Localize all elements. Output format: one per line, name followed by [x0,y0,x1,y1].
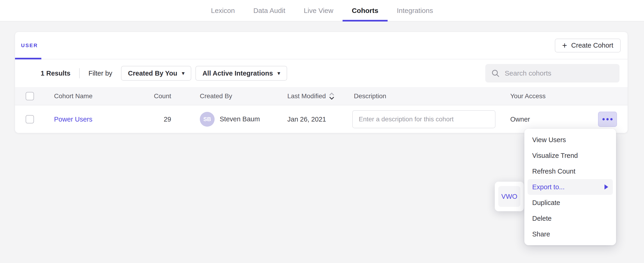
export-target-vwo[interactable]: VWO [498,186,520,207]
nav-tab-label: Lexicon [211,7,235,15]
menu-item-visualize-trend[interactable]: Visualize Trend [528,148,613,163]
more-dots-icon [602,118,605,120]
create-cohort-button[interactable]: + Create Cohort [555,39,621,53]
search-input[interactable] [505,69,614,77]
nav-tab-label: Integrations [397,7,433,15]
column-header-cohort-name: Cohort Name [54,92,93,100]
select-all-checkbox[interactable] [26,92,34,100]
submenu-arrow-icon [604,184,608,189]
filter-bar: 1 Results Filter by Created By You ▾ All… [15,59,628,87]
row-checkbox[interactable] [26,115,34,123]
column-header-description: Description [354,92,386,100]
menu-item-label: Visualize Trend [532,152,578,159]
panel-tab-bar: USER + Create Cohort [15,32,628,59]
menu-item-export-to[interactable]: Export to... [528,179,613,195]
results-count: 1 Results [41,70,70,77]
sort-icon [329,92,335,100]
active-tab-underline [342,20,388,22]
divider [79,68,80,78]
search-box [485,64,620,83]
created-by-filter-value: Created By You [128,70,177,77]
chevron-down-icon: ▾ [182,70,184,76]
nav-tab-integrations[interactable]: Integrations [388,0,442,21]
more-dots-icon [610,118,612,120]
column-header-created-by: Created By [200,92,232,100]
menu-item-label: Duplicate [532,199,560,207]
filter-by-label: Filter by [88,70,112,77]
cohort-name-link[interactable]: Power Users [54,115,92,123]
table-header: Cohort Name Count Created By Last Modifi… [15,87,628,105]
menu-item-label: Delete [532,215,552,222]
created-by-filter-dropdown[interactable]: Created By You ▾ [121,66,191,81]
last-modified-date: Jan 26, 2021 [287,115,326,123]
tab-user[interactable]: USER [21,43,38,49]
created-by-name: Steven Baum [220,115,260,123]
menu-item-share[interactable]: Share [528,226,613,242]
menu-item-label: Refresh Count [532,168,576,175]
menu-item-delete[interactable]: Delete [528,210,613,226]
export-submenu: VWO [495,182,524,211]
nav-tab-label: Live View [304,7,333,15]
more-dots-icon [606,118,609,120]
column-header-your-access: Your Access [510,92,546,100]
row-context-menu: View Users Visualize Trend Refresh Count… [524,129,616,245]
nav-tab-label: Cohorts [352,7,378,15]
nav-tab-cohorts[interactable]: Cohorts [342,0,388,21]
last-modified-label: Last Modified [287,92,326,100]
nav-tab-live-view[interactable]: Live View [294,0,342,21]
menu-item-label: Export to... [532,183,564,191]
menu-item-refresh-count[interactable]: Refresh Count [528,163,613,179]
nav-tab-data-audit[interactable]: Data Audit [244,0,294,21]
menu-item-view-users[interactable]: View Users [528,132,613,148]
chevron-down-icon: ▾ [278,70,280,76]
cohort-count: 29 [140,115,171,123]
access-level: Owner [510,115,530,123]
integrations-filter-value: All Active Integrations [202,70,273,77]
column-header-last-modified[interactable]: Last Modified [287,92,335,100]
description-input[interactable] [352,110,496,128]
menu-item-label: Share [532,230,550,238]
nav-tab-label: Data Audit [254,7,285,15]
avatar: SB [200,112,214,127]
top-nav: Lexicon Data Audit Live View Cohorts Int… [0,0,644,22]
nav-tab-lexicon[interactable]: Lexicon [202,0,244,21]
menu-item-duplicate[interactable]: Duplicate [528,195,613,210]
user-tab-underline [15,58,41,59]
plus-icon: + [562,41,567,50]
search-icon [491,69,500,78]
cohorts-panel: USER + Create Cohort 1 Results Filter by… [15,32,628,133]
create-cohort-label: Create Cohort [571,42,613,49]
integrations-filter-dropdown[interactable]: All Active Integrations ▾ [196,66,287,81]
row-actions-button[interactable] [598,112,617,127]
menu-item-label: View Users [532,136,566,144]
column-header-count: Count [140,92,171,100]
